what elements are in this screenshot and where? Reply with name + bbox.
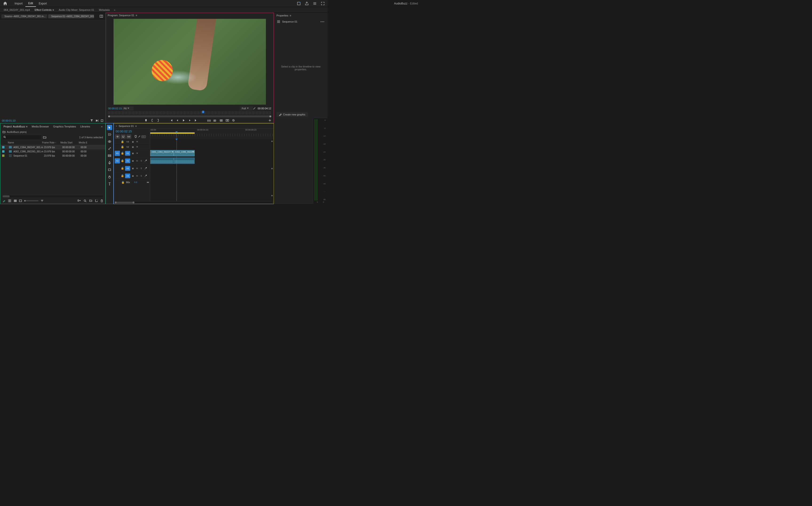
source-clip-tab[interactable]: Source • A001_C064_09224Y_001.m... <box>1 14 47 18</box>
hand-tool-icon[interactable] <box>107 174 112 179</box>
track-header-v1[interactable]: V1 🔒 V1 ▣ 👁 <box>114 150 150 157</box>
add-marker-icon[interactable] <box>144 118 148 122</box>
col-media-end[interactable]: Media E <box>79 141 91 144</box>
panel-menu-icon[interactable]: ≡ <box>136 14 137 17</box>
nest-toggle-icon[interactable] <box>115 135 120 139</box>
project-search-input[interactable] <box>3 135 41 140</box>
quick-export-icon[interactable] <box>297 2 301 5</box>
program-timecode-current[interactable]: 00:00:02:15 <box>108 107 122 110</box>
zoom-fit-select[interactable]: Fit <box>122 106 133 110</box>
export-frame-icon[interactable] <box>219 118 223 122</box>
toggle-output-icon[interactable]: ▣ <box>131 140 134 144</box>
col-media-start[interactable]: Media Start <box>61 141 79 144</box>
ripple-edit-tool-icon[interactable] <box>107 139 112 144</box>
pen-tool-icon[interactable] <box>107 160 112 165</box>
vertical-scroll-handle[interactable] <box>271 195 273 196</box>
mix-track-header[interactable]: 🔒 Mix 0.0 ⏭ <box>114 180 150 185</box>
tab-graphics-templates[interactable]: Graphics Templates <box>51 124 78 129</box>
project-item-row[interactable]: Sequence 01 23.976 fps 00:00:00:00 00:00 <box>0 154 105 158</box>
fullscreen-icon[interactable] <box>321 2 325 5</box>
work-area-bar[interactable] <box>150 133 274 134</box>
button-editor-icon[interactable] <box>268 118 272 122</box>
menu-edit[interactable]: Edit <box>25 0 36 7</box>
mute-toggle[interactable]: M <box>136 174 139 177</box>
label-swatch[interactable] <box>2 150 4 153</box>
track-header-v2[interactable]: 🔒 V2 ▣ 👁 <box>114 144 150 150</box>
filter-icon[interactable] <box>90 119 93 122</box>
selection-tool-icon[interactable] <box>107 125 112 130</box>
vertical-scroll-handle[interactable] <box>271 141 273 142</box>
lock-icon[interactable]: 🔒 <box>121 167 124 170</box>
skip-forward-icon[interactable]: ⏭ <box>147 181 149 183</box>
project-filename[interactable]: AudioBuzz.prproj <box>7 131 26 133</box>
project-item-row[interactable]: A001_C064_09224Y_001.m 23.976 fps 00:00:… <box>0 145 105 149</box>
track-select-tool-icon[interactable] <box>107 132 112 137</box>
mute-toggle[interactable]: M <box>136 167 139 170</box>
solo-toggle[interactable]: S <box>140 167 143 170</box>
col-framerate[interactable]: Frame Rate ↑ <box>42 141 61 144</box>
workspaces-icon[interactable] <box>313 2 317 5</box>
timeline-timecode[interactable]: 00:00:02:15 <box>114 129 150 134</box>
menu-import[interactable]: Import <box>12 0 25 7</box>
solo-left[interactable]: S <box>317 201 318 203</box>
track-a3-content[interactable] <box>150 172 274 180</box>
tabs-overflow-icon[interactable]: » <box>100 125 104 128</box>
track-a1-content[interactable] <box>150 157 274 165</box>
audio-clip[interactable] <box>150 158 174 164</box>
tab-media-browser[interactable]: Media Browser <box>30 124 51 129</box>
mark-in-icon[interactable] <box>150 118 154 122</box>
lift-icon[interactable] <box>207 118 211 122</box>
voice-over-icon[interactable]: 🎤 <box>144 159 147 162</box>
bin-icon[interactable] <box>3 131 5 133</box>
delete-icon[interactable] <box>101 199 103 202</box>
toggle-output-icon[interactable]: ▣ <box>131 145 134 149</box>
thumbnail-size-slider[interactable] <box>24 200 38 201</box>
extract-icon[interactable] <box>213 118 217 122</box>
comparison-view-icon[interactable] <box>225 118 229 122</box>
add-marker-button-icon[interactable] <box>134 135 137 138</box>
tab-source-clip[interactable]: 064_09224Y_001.mp4 <box>1 7 32 12</box>
video-clip[interactable]: A001_C064_09224Y_0... fx <box>150 150 174 156</box>
track-v2-content[interactable] <box>150 144 274 150</box>
home-icon[interactable] <box>3 1 7 6</box>
playback-resolution-select[interactable]: Full <box>240 106 253 110</box>
lock-icon[interactable]: 🔒 <box>121 145 124 148</box>
mix-track-content[interactable] <box>150 180 274 185</box>
timeline-sequence-name[interactable]: Sequence 01 <box>118 124 134 128</box>
project-item-row[interactable]: A002_C086_09220G_001.m 23.976 fps 00:00:… <box>0 149 105 154</box>
captions-icon[interactable]: CC <box>142 136 146 138</box>
track-header-a2[interactable]: 🔒 A2 ▣ M S 🎤 <box>114 165 150 172</box>
toggle-sync-lock-icon[interactable]: 👁 <box>136 145 139 149</box>
program-scrubber[interactable] <box>108 111 271 114</box>
more-icon[interactable]: ••• <box>321 20 325 23</box>
track-header-a1[interactable]: A1 🔒 A1 ▣ M S 🎤 <box>114 157 150 165</box>
program-video-area[interactable] <box>106 17 274 106</box>
mute-toggle[interactable]: M <box>136 159 139 162</box>
tab-effect-controls[interactable]: Effect Controls ≡ <box>32 7 56 12</box>
timeline-zoom-bar[interactable] <box>114 201 274 204</box>
mute-icon[interactable]: ▣ <box>131 167 134 170</box>
goto-out-icon[interactable] <box>194 118 198 122</box>
playhead-marker[interactable] <box>202 111 204 113</box>
tab-libraries[interactable]: Libraries <box>78 124 92 129</box>
lock-icon[interactable]: 🔒 <box>121 181 124 184</box>
settings-wrench-icon[interactable] <box>253 107 256 110</box>
label-swatch[interactable] <box>2 146 4 148</box>
program-zoom-bar[interactable] <box>108 115 271 117</box>
tabs-overflow-icon[interactable]: » <box>112 7 117 12</box>
icon-view-icon[interactable] <box>14 200 17 202</box>
lock-icon[interactable]: 🔒 <box>121 152 124 155</box>
voice-over-icon[interactable]: 🎤 <box>144 167 147 170</box>
new-bin-button-icon[interactable] <box>89 199 92 202</box>
step-back-icon[interactable] <box>176 118 179 122</box>
horizontal-scrollbar[interactable] <box>3 195 103 197</box>
solo-toggle[interactable]: S <box>140 159 143 162</box>
slip-tool-icon[interactable] <box>107 153 112 158</box>
voice-over-icon[interactable]: 🎤 <box>144 174 147 177</box>
tab-project[interactable]: Project: AudioBuzz ≡ <box>2 124 29 129</box>
tab-audio-clip-mixer[interactable]: Audio Clip Mixer: Sequence 01 <box>57 7 97 12</box>
source-patch-a1[interactable]: A1 <box>115 158 120 163</box>
menu-export[interactable]: Export <box>36 0 50 7</box>
razor-tool-icon[interactable] <box>107 146 112 151</box>
new-bin-icon[interactable] <box>43 136 46 139</box>
